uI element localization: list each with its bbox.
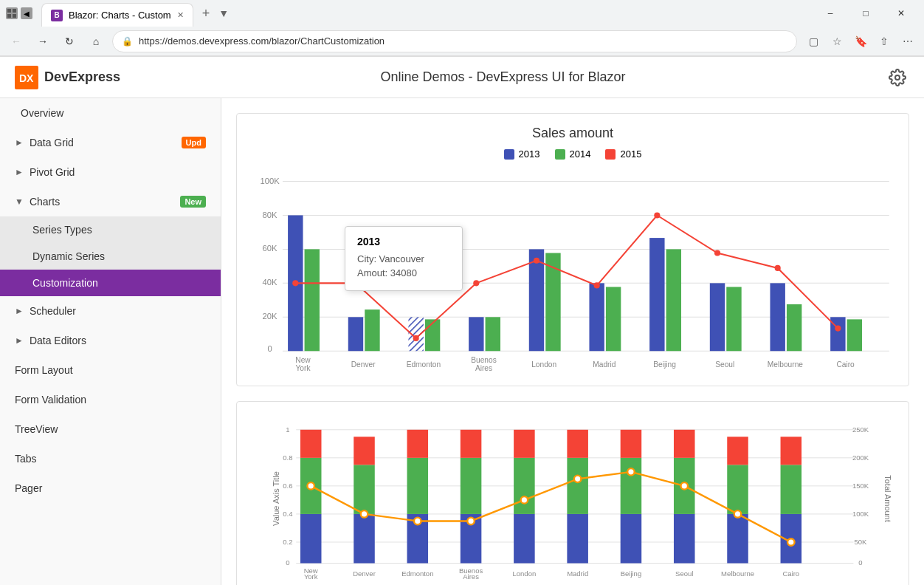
svg-text:York: York bbox=[304, 572, 318, 581]
svg-rect-39 bbox=[847, 319, 862, 351]
sidebar-item-scheduler[interactable]: ► Scheduler bbox=[0, 296, 221, 326]
svg-text:Denver: Denver bbox=[351, 360, 376, 369]
sidebar-item-overview[interactable]: Overview bbox=[0, 98, 221, 128]
settings-icon[interactable] bbox=[886, 66, 909, 89]
svg-rect-88 bbox=[407, 430, 429, 458]
close-btn[interactable]: ✕ bbox=[884, 1, 918, 25]
svg-text:New: New bbox=[295, 356, 311, 364]
svg-rect-27 bbox=[486, 317, 500, 351]
app-header: DX DevExpress Online Demos - DevExpress … bbox=[0, 57, 924, 98]
svg-text:0.8: 0.8 bbox=[283, 454, 292, 462]
svg-text:Buenos: Buenos bbox=[471, 356, 497, 364]
sidebar-item-series-types[interactable]: Series Types bbox=[0, 216, 221, 243]
legend-label-2015: 2015 bbox=[620, 148, 641, 160]
svg-text:Aires: Aires bbox=[475, 364, 492, 372]
back-btn[interactable]: ← bbox=[6, 31, 27, 52]
svg-rect-37 bbox=[787, 304, 801, 351]
sidebar-item-treeview[interactable]: TreeView bbox=[0, 414, 221, 444]
badge-upd: Upd bbox=[182, 137, 206, 148]
sidebar-label-overview: Overview bbox=[21, 107, 63, 119]
svg-rect-34 bbox=[710, 283, 725, 351]
sidebar-item-data-grid[interactable]: ► Data Grid Upd bbox=[0, 128, 221, 157]
svg-rect-109 bbox=[781, 437, 802, 465]
address-input[interactable]: 🔒 https://demos.devexpress.com/blazor/Ch… bbox=[112, 30, 797, 52]
legend-color-2013 bbox=[504, 149, 514, 160]
sidebar-item-pivot-grid[interactable]: ► Pivot Grid bbox=[0, 157, 221, 187]
svg-point-119 bbox=[787, 538, 795, 546]
maximize-btn[interactable]: □ bbox=[849, 1, 883, 25]
svg-text:Seoul: Seoul bbox=[675, 569, 693, 578]
svg-rect-93 bbox=[514, 458, 535, 514]
collections-btn[interactable]: 🔖 bbox=[850, 31, 871, 52]
svg-text:Denver: Denver bbox=[353, 569, 376, 578]
svg-rect-103 bbox=[674, 430, 695, 458]
svg-text:Beijing: Beijing bbox=[621, 569, 642, 578]
svg-rect-85 bbox=[354, 437, 375, 465]
sidebar-item-tabs[interactable]: Tabs bbox=[0, 444, 221, 473]
sidebar-item-customization[interactable]: Customization bbox=[0, 270, 221, 296]
svg-text:80K: 80K bbox=[263, 211, 277, 219]
chart2-area: Value Axis Title Total Amount 1 0.8 0.6 … bbox=[249, 414, 897, 584]
chart1-legend: 2013 2014 2015 bbox=[249, 148, 897, 160]
refresh-btn[interactable]: ↻ bbox=[59, 31, 80, 52]
reader-mode-btn[interactable]: ▢ bbox=[803, 31, 824, 52]
arrow-icon: ► bbox=[15, 335, 24, 346]
svg-text:20K: 20K bbox=[263, 312, 277, 321]
sidebar-label-scheduler: Scheduler bbox=[30, 305, 76, 317]
svg-rect-3 bbox=[13, 14, 16, 18]
svg-rect-100 bbox=[621, 430, 642, 458]
axis-label-right: Total Amount bbox=[883, 475, 892, 522]
window-btn-2[interactable]: ◀ bbox=[21, 7, 32, 19]
chart1-container: Sales amount 2013 2014 2015 bbox=[236, 113, 909, 386]
svg-text:Edmonton: Edmonton bbox=[407, 360, 441, 369]
legend-item-2013: 2013 bbox=[504, 148, 540, 160]
svg-text:0.4: 0.4 bbox=[283, 510, 292, 518]
new-tab-btn[interactable]: + bbox=[196, 6, 216, 21]
svg-text:York: York bbox=[295, 364, 311, 372]
address-bar: ← → ↻ ⌂ 🔒 https://demos.devexpress.com/b… bbox=[0, 27, 924, 56]
home-btn[interactable]: ⌂ bbox=[86, 31, 106, 52]
tab-close-btn[interactable]: ✕ bbox=[177, 10, 184, 20]
browser-chrome: ◀ B Blazor: Charts - Custom ✕ + ▼ – □ ✕ … bbox=[0, 0, 924, 57]
arrow-icon: ► bbox=[15, 167, 24, 177]
active-tab[interactable]: B Blazor: Charts - Custom ✕ bbox=[41, 3, 193, 27]
more-btn[interactable]: ⋯ bbox=[897, 31, 918, 52]
sidebar-item-pager[interactable]: Pager bbox=[0, 473, 221, 503]
sidebar: Overview ► Data Grid Upd ► Pivot Grid ▼ … bbox=[0, 98, 221, 585]
share-btn[interactable]: ⇧ bbox=[874, 31, 894, 52]
sidebar-label-treeview: TreeView bbox=[15, 423, 58, 435]
svg-text:Aires: Aires bbox=[463, 572, 479, 581]
tab-favicon: B bbox=[51, 10, 63, 21]
svg-rect-21 bbox=[348, 317, 363, 351]
svg-point-47 bbox=[714, 250, 720, 256]
svg-rect-95 bbox=[567, 514, 588, 564]
svg-rect-82 bbox=[300, 430, 322, 458]
svg-text:50K: 50K bbox=[855, 538, 868, 546]
sidebar-item-data-editors[interactable]: ► Data Editors bbox=[0, 326, 221, 355]
svg-rect-35 bbox=[726, 287, 741, 351]
forward-btn[interactable]: → bbox=[32, 31, 53, 52]
sidebar-label-form-layout: Form Layout bbox=[15, 364, 73, 376]
svg-rect-32 bbox=[649, 238, 664, 351]
svg-text:1: 1 bbox=[286, 425, 289, 434]
chart1-tooltip: 2013 City: Vancouver Amout: 34080 bbox=[345, 226, 463, 291]
svg-point-116 bbox=[627, 468, 635, 476]
svg-text:Seoul: Seoul bbox=[715, 360, 734, 369]
bookmark-btn[interactable]: ☆ bbox=[827, 31, 847, 52]
tooltip-amount: Amout: 34080 bbox=[357, 267, 450, 278]
tab-list-btn[interactable]: ▼ bbox=[218, 7, 229, 19]
sidebar-label-dynamic-series: Dynamic Series bbox=[32, 250, 105, 262]
minimize-btn[interactable]: – bbox=[813, 1, 847, 25]
svg-text:60K: 60K bbox=[263, 244, 277, 253]
svg-point-49 bbox=[835, 326, 841, 332]
sidebar-label-pager: Pager bbox=[15, 482, 42, 494]
sidebar-item-charts[interactable]: ▼ Charts New bbox=[0, 187, 221, 216]
sidebar-item-form-validation[interactable]: Form Validation bbox=[0, 385, 221, 414]
logo-text: DevExpress bbox=[44, 69, 120, 85]
sidebar-item-dynamic-series[interactable]: Dynamic Series bbox=[0, 243, 221, 270]
svg-text:0: 0 bbox=[286, 558, 289, 567]
svg-rect-99 bbox=[621, 458, 642, 514]
svg-rect-20 bbox=[305, 249, 320, 351]
sidebar-item-form-layout[interactable]: Form Layout bbox=[0, 355, 221, 385]
toolbar-icons: ▢ ☆ 🔖 ⇧ ⋯ bbox=[803, 31, 918, 52]
